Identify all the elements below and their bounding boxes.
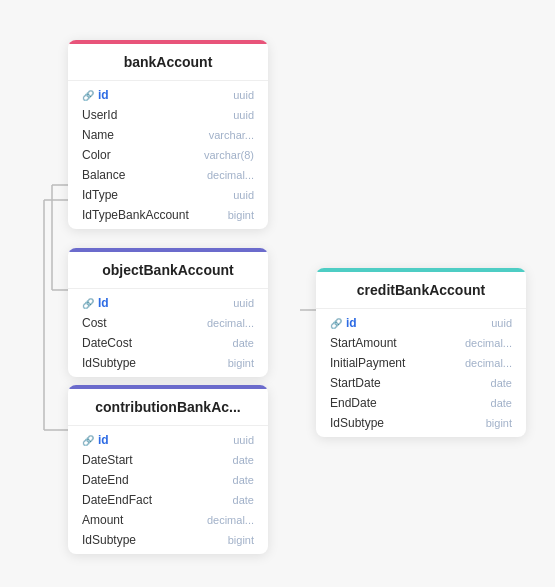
field-type: date bbox=[491, 377, 512, 389]
field-name: 🔗 id bbox=[330, 316, 357, 330]
table-row: 🔗 Id uuid bbox=[68, 293, 268, 313]
table-row: DateEndFact date bbox=[68, 490, 268, 510]
table-row: StartDate date bbox=[316, 373, 526, 393]
field-name: DateEndFact bbox=[82, 493, 152, 507]
field-name: 🔗 id bbox=[82, 433, 109, 447]
field-type: bigint bbox=[486, 417, 512, 429]
table-contributionbankaccount: contributionBankAc... 🔗 id uuid DateStar… bbox=[68, 385, 268, 554]
table-row: EndDate date bbox=[316, 393, 526, 413]
table-objectbankaccount-body: 🔗 Id uuid Cost decimal... DateCost date … bbox=[68, 289, 268, 377]
pk-icon: 🔗 bbox=[330, 318, 342, 329]
field-type: uuid bbox=[233, 109, 254, 121]
field-name: IdTypeBankAccount bbox=[82, 208, 189, 222]
field-type: bigint bbox=[228, 357, 254, 369]
field-name: EndDate bbox=[330, 396, 377, 410]
table-contributionbankaccount-header: contributionBankAc... bbox=[68, 385, 268, 426]
table-objectbankaccount-header: objectBankAccount bbox=[68, 248, 268, 289]
table-row: UserId uuid bbox=[68, 105, 268, 125]
field-name: IdSubtype bbox=[330, 416, 384, 430]
table-row: Amount decimal... bbox=[68, 510, 268, 530]
field-name: Amount bbox=[82, 513, 123, 527]
table-row: Name varchar... bbox=[68, 125, 268, 145]
table-row: DateEnd date bbox=[68, 470, 268, 490]
table-bankaccount-header: bankAccount bbox=[68, 40, 268, 81]
table-row: 🔗 id uuid bbox=[68, 430, 268, 450]
field-name: Balance bbox=[82, 168, 125, 182]
table-row: IdTypeBankAccount bigint bbox=[68, 205, 268, 225]
field-type: decimal... bbox=[465, 357, 512, 369]
field-type: decimal... bbox=[207, 514, 254, 526]
field-type: decimal... bbox=[465, 337, 512, 349]
table-contributionbankaccount-body: 🔗 id uuid DateStart date DateEnd date Da… bbox=[68, 426, 268, 554]
pk-icon: 🔗 bbox=[82, 298, 94, 309]
table-row: InitialPayment decimal... bbox=[316, 353, 526, 373]
field-name: IdSubtype bbox=[82, 356, 136, 370]
table-row: IdType uuid bbox=[68, 185, 268, 205]
field-name: 🔗 Id bbox=[82, 296, 109, 310]
pk-icon: 🔗 bbox=[82, 90, 94, 101]
table-creditbankaccount: creditBankAccount 🔗 id uuid StartAmount … bbox=[316, 268, 526, 437]
field-type: date bbox=[233, 454, 254, 466]
field-type: decimal... bbox=[207, 169, 254, 181]
field-name: DateStart bbox=[82, 453, 133, 467]
field-name: StartDate bbox=[330, 376, 381, 390]
field-name: DateCost bbox=[82, 336, 132, 350]
field-type: date bbox=[233, 494, 254, 506]
field-type: uuid bbox=[233, 89, 254, 101]
field-name: UserId bbox=[82, 108, 117, 122]
field-type: bigint bbox=[228, 534, 254, 546]
field-type: date bbox=[491, 397, 512, 409]
field-name: Cost bbox=[82, 316, 107, 330]
field-type: uuid bbox=[491, 317, 512, 329]
field-type: date bbox=[233, 337, 254, 349]
field-type: uuid bbox=[233, 434, 254, 446]
table-creditbankaccount-header: creditBankAccount bbox=[316, 268, 526, 309]
field-name: 🔗 id bbox=[82, 88, 109, 102]
table-row: Balance decimal... bbox=[68, 165, 268, 185]
table-row: Cost decimal... bbox=[68, 313, 268, 333]
canvas: bankAccount 🔗 id uuid UserId uuid Name v… bbox=[0, 0, 555, 587]
field-name: IdSubtype bbox=[82, 533, 136, 547]
table-row: IdSubtype bigint bbox=[68, 353, 268, 373]
table-row: DateStart date bbox=[68, 450, 268, 470]
field-type: decimal... bbox=[207, 317, 254, 329]
field-type: date bbox=[233, 474, 254, 486]
field-type: uuid bbox=[233, 297, 254, 309]
field-name: Color bbox=[82, 148, 111, 162]
table-row: 🔗 id uuid bbox=[68, 85, 268, 105]
field-name: InitialPayment bbox=[330, 356, 405, 370]
field-name: IdType bbox=[82, 188, 118, 202]
field-name: Name bbox=[82, 128, 114, 142]
table-objectbankaccount: objectBankAccount 🔗 Id uuid Cost decimal… bbox=[68, 248, 268, 377]
table-row: Color varchar(8) bbox=[68, 145, 268, 165]
field-type: bigint bbox=[228, 209, 254, 221]
pk-icon: 🔗 bbox=[82, 435, 94, 446]
table-row: StartAmount decimal... bbox=[316, 333, 526, 353]
table-row: 🔗 id uuid bbox=[316, 313, 526, 333]
field-type: varchar... bbox=[209, 129, 254, 141]
field-name: StartAmount bbox=[330, 336, 397, 350]
table-row: DateCost date bbox=[68, 333, 268, 353]
table-creditbankaccount-body: 🔗 id uuid StartAmount decimal... Initial… bbox=[316, 309, 526, 437]
field-type: varchar(8) bbox=[204, 149, 254, 161]
table-bankaccount-body: 🔗 id uuid UserId uuid Name varchar... Co… bbox=[68, 81, 268, 229]
table-bankaccount: bankAccount 🔗 id uuid UserId uuid Name v… bbox=[68, 40, 268, 229]
table-row: IdSubtype bigint bbox=[316, 413, 526, 433]
table-row: IdSubtype bigint bbox=[68, 530, 268, 550]
field-name: DateEnd bbox=[82, 473, 129, 487]
field-type: uuid bbox=[233, 189, 254, 201]
